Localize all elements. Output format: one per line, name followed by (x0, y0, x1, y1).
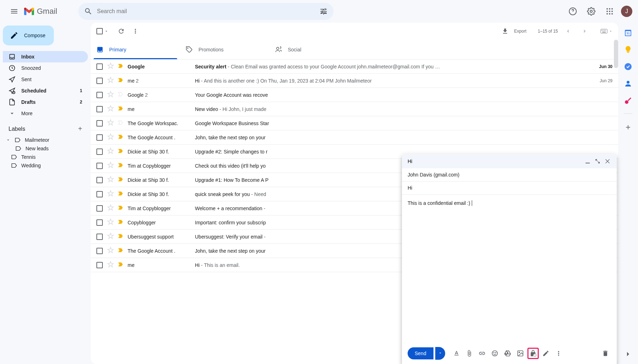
star-button[interactable] (107, 218, 114, 226)
help-button[interactable] (566, 4, 580, 18)
star-button[interactable] (107, 176, 114, 184)
important-marker[interactable] (118, 177, 123, 183)
label-wedding[interactable]: Wedding (3, 161, 88, 170)
menu-button[interactable] (6, 3, 23, 20)
contacts-app[interactable] (624, 79, 632, 88)
row-checkbox[interactable] (96, 92, 103, 98)
tab-social[interactable]: Social (269, 40, 359, 59)
row-checkbox[interactable] (96, 262, 103, 268)
important-marker[interactable] (118, 149, 123, 155)
close-button[interactable] (604, 158, 611, 165)
link-button[interactable] (476, 348, 488, 359)
logo-area[interactable]: Gmail (24, 7, 57, 16)
row-checkbox[interactable] (96, 248, 103, 254)
email-row[interactable]: me New video - Hi John, I just made (91, 102, 618, 116)
calendar-app[interactable]: 31 (624, 28, 632, 37)
select-all-checkbox[interactable] (96, 28, 108, 34)
star-button[interactable] (107, 62, 114, 71)
hide-panel-button[interactable] (624, 350, 632, 358)
row-checkbox[interactable] (96, 177, 103, 183)
search-input[interactable] (97, 8, 319, 15)
email-row[interactable]: The Google Workspac. Google Workspace Bu… (91, 116, 618, 130)
star-button[interactable] (107, 77, 114, 85)
compose-to-field[interactable]: John Davis (gmail.com) (402, 168, 617, 181)
star-button[interactable] (107, 91, 114, 99)
important-marker[interactable] (118, 106, 123, 112)
important-marker[interactable] (118, 163, 123, 169)
important-marker[interactable] (118, 92, 123, 98)
important-marker[interactable] (118, 234, 123, 240)
row-checkbox[interactable] (96, 134, 103, 141)
important-marker[interactable] (118, 219, 123, 225)
important-marker[interactable] (118, 134, 123, 140)
more-button[interactable] (128, 24, 142, 38)
sidebar-item-drafts[interactable]: Drafts 2 (3, 96, 88, 108)
star-button[interactable] (107, 261, 114, 269)
fullscreen-button[interactable] (594, 158, 601, 165)
important-marker[interactable] (118, 205, 123, 211)
drive-button[interactable] (502, 348, 513, 359)
signature-button[interactable] (540, 348, 552, 359)
star-button[interactable] (107, 247, 114, 255)
compose-body[interactable]: This is a confidential email :) (402, 195, 617, 343)
row-checkbox[interactable] (96, 120, 103, 127)
tasks-app[interactable] (624, 62, 632, 71)
important-marker[interactable] (118, 120, 123, 126)
sidebar-item-more[interactable]: More (3, 108, 88, 119)
email-row[interactable]: me 2 Hi - And this is another one :) On … (91, 74, 618, 88)
more-options-button[interactable] (553, 348, 564, 359)
filter-icon[interactable] (319, 7, 328, 16)
export-label[interactable]: Export (514, 29, 527, 34)
send-button[interactable]: Send (408, 347, 433, 359)
star-button[interactable] (107, 105, 114, 113)
image-button[interactable] (515, 348, 526, 359)
tab-primary[interactable]: Primary (91, 40, 180, 59)
row-checkbox[interactable] (96, 63, 103, 70)
row-checkbox[interactable] (96, 234, 103, 240)
apps-button[interactable] (603, 4, 617, 18)
sidebar-item-inbox[interactable]: Inbox (3, 51, 88, 62)
discard-button[interactable] (600, 348, 611, 359)
label-tennis[interactable]: Tennis (3, 153, 88, 161)
important-marker[interactable] (118, 78, 123, 84)
next-page-button[interactable] (578, 24, 592, 38)
star-button[interactable] (107, 119, 114, 127)
row-checkbox[interactable] (96, 106, 103, 112)
input-selector[interactable] (600, 29, 612, 34)
download-icon[interactable] (502, 28, 509, 35)
send-options-button[interactable] (435, 347, 445, 360)
label-new-leads[interactable]: New leads (3, 144, 88, 153)
sidebar-item-sent[interactable]: Sent (3, 74, 88, 85)
add-label-button[interactable]: + (78, 125, 82, 133)
attach-button[interactable] (464, 348, 475, 359)
important-marker[interactable] (118, 262, 123, 268)
star-button[interactable] (107, 204, 114, 212)
tab-promotions[interactable]: Promotions (180, 40, 269, 59)
row-checkbox[interactable] (96, 149, 103, 155)
minimize-button[interactable] (584, 158, 591, 165)
emoji-button[interactable] (489, 348, 500, 359)
compose-subject-field[interactable]: Hi (402, 181, 617, 195)
star-button[interactable] (107, 147, 114, 156)
avatar[interactable]: J (621, 6, 632, 17)
confidential-button[interactable] (527, 348, 539, 359)
sidebar-item-scheduled[interactable]: Scheduled 1 (3, 85, 88, 96)
formatting-button[interactable] (451, 348, 462, 359)
row-checkbox[interactable] (96, 78, 103, 84)
important-marker[interactable] (118, 248, 123, 254)
star-button[interactable] (107, 162, 114, 170)
row-checkbox[interactable] (96, 205, 103, 212)
add-app-button[interactable]: + (624, 122, 632, 131)
star-button[interactable] (107, 190, 114, 198)
row-checkbox[interactable] (96, 219, 103, 226)
email-row[interactable]: The Google Account . John, take the next… (91, 130, 618, 145)
prev-page-button[interactable] (561, 24, 575, 38)
refresh-button[interactable] (114, 24, 128, 38)
row-checkbox[interactable] (96, 191, 103, 197)
star-button[interactable] (107, 133, 114, 141)
star-button[interactable] (107, 233, 114, 241)
email-row[interactable]: Google 2 Your Google Account was recove (91, 88, 618, 102)
label-mailmeteor[interactable]: Mailmeteor (3, 136, 88, 144)
row-checkbox[interactable] (96, 163, 103, 169)
sidebar-item-snoozed[interactable]: Snoozed (3, 62, 88, 74)
